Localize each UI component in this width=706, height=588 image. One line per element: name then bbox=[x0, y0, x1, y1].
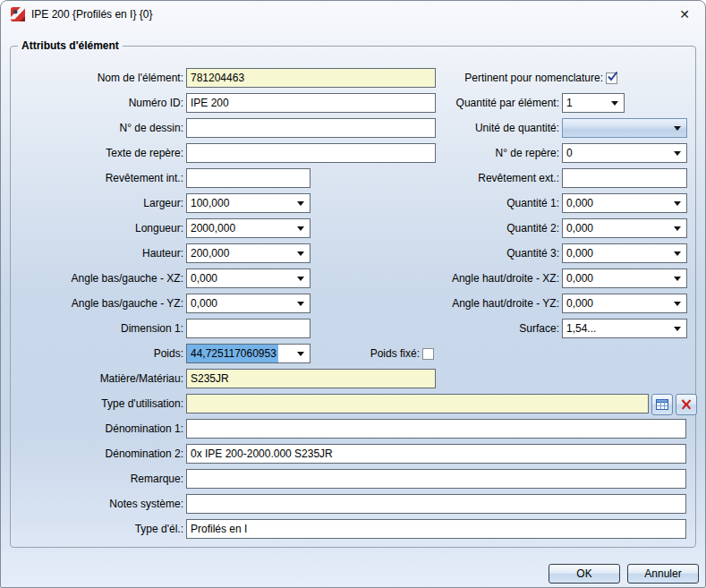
no-de-repere-value: 0 bbox=[563, 144, 686, 162]
type-utilisation-label: Type d'utilisation: bbox=[13, 394, 183, 413]
revetement-int-input[interactable] bbox=[186, 168, 310, 188]
angle-bas-gauche-xz-label: Angle bas/gauche - XZ: bbox=[13, 268, 183, 288]
largeur-value: 100,000 bbox=[187, 194, 310, 212]
nom-element-input[interactable]: 781204463 bbox=[186, 68, 436, 88]
notes-systeme-input[interactable] bbox=[186, 494, 686, 514]
revetement-ext-input[interactable] bbox=[562, 168, 687, 188]
denomination-2-value: 0x IPE 200-2000.000 S235JR bbox=[187, 445, 685, 463]
texte-repere-label: Texte de repère: bbox=[13, 143, 183, 163]
element-attributes-dialog: IPE 200 {Profilés en I} {0} ✕ Attributs … bbox=[0, 0, 706, 588]
quantite-2-value: 0,000 bbox=[563, 219, 686, 237]
type-el-input[interactable]: Profilés en I bbox=[186, 519, 686, 539]
no-de-repere-label: N° de repère: bbox=[377, 143, 559, 163]
dropdown-arrow-icon[interactable] bbox=[674, 226, 681, 231]
notes-systeme-label: Notes système: bbox=[13, 494, 183, 514]
poids-label: Poids: bbox=[13, 344, 183, 363]
unite-de-quantite-combo[interactable] bbox=[562, 118, 687, 138]
angle-bas-gauche-yz-combo[interactable]: 0,000 bbox=[186, 294, 310, 313]
no-dessin-label: N° de dessin: bbox=[13, 118, 183, 138]
angle-bas-gauche-xz-combo[interactable]: 0,000 bbox=[186, 268, 310, 288]
denomination-2-label: Dénomination 2: bbox=[13, 444, 183, 464]
matiere-materiau-label: Matière/Matériau: bbox=[13, 369, 183, 388]
dropdown-arrow-icon[interactable] bbox=[674, 201, 681, 206]
quantite-3-combo[interactable]: 0,000 bbox=[562, 243, 687, 263]
dimension-1-label: Dimension 1: bbox=[13, 319, 183, 338]
red-x-icon bbox=[679, 397, 693, 412]
longueur-value: 2000,000 bbox=[187, 219, 310, 237]
quantite-par-element-combo[interactable]: 1 bbox=[562, 93, 625, 113]
type-el-label: Type d'él.: bbox=[13, 519, 183, 539]
denomination-2-input[interactable]: 0x IPE 200-2000.000 S235JR bbox=[186, 444, 686, 464]
quantite-3-value: 0,000 bbox=[563, 244, 686, 262]
denomination-1-label: Dénomination 1: bbox=[13, 419, 183, 439]
largeur-label: Largeur: bbox=[13, 193, 183, 213]
hauteur-value: 200,000 bbox=[187, 244, 310, 262]
app-logo-icon bbox=[11, 7, 25, 21]
surface-label: Surface: bbox=[377, 319, 559, 338]
dropdown-arrow-icon[interactable] bbox=[297, 201, 304, 206]
poids-combo[interactable]: 44,725117060953 bbox=[186, 344, 310, 363]
angle-bas-gauche-yz-label: Angle bas/gauche - YZ: bbox=[13, 294, 183, 313]
dropdown-arrow-icon[interactable] bbox=[674, 302, 681, 306]
dimension-1-input[interactable] bbox=[186, 319, 310, 338]
quantite-2-label: Quantité 2: bbox=[377, 218, 559, 238]
no-de-repere-combo[interactable]: 0 bbox=[562, 143, 687, 163]
angle-haut-droite-xz-label: Angle haut/droite - XZ: bbox=[377, 268, 559, 288]
dropdown-arrow-icon[interactable] bbox=[297, 277, 304, 281]
dropdown-arrow-icon[interactable] bbox=[674, 327, 681, 331]
surface-value: 1,54... bbox=[563, 320, 686, 337]
quantite-1-value: 0,000 bbox=[563, 194, 686, 212]
nom-element-value: 781204463 bbox=[187, 69, 435, 87]
revetement-int-label: Revêtement int.: bbox=[13, 168, 183, 188]
matiere-materiau-value: S235JR bbox=[187, 370, 435, 388]
angle-haut-droite-yz-label: Angle haut/droite - YZ: bbox=[377, 294, 559, 313]
pertinent-nomenclature-checkbox[interactable] bbox=[606, 72, 617, 84]
unite-de-quantite-label: Unité de quantité: bbox=[377, 118, 559, 138]
poids-value: 44,725117060953 bbox=[187, 345, 278, 362]
quantite-1-combo[interactable]: 0,000 bbox=[562, 193, 687, 213]
quantite-3-label: Quantité 3: bbox=[377, 243, 559, 263]
surface-combo[interactable]: 1,54... bbox=[562, 319, 687, 338]
denomination-1-input[interactable] bbox=[186, 419, 686, 439]
revetement-ext-label: Revêtement ext.: bbox=[377, 168, 559, 188]
quantite-2-combo[interactable]: 0,000 bbox=[562, 218, 687, 238]
dropdown-arrow-icon[interactable] bbox=[297, 302, 304, 306]
dropdown-arrow-icon[interactable] bbox=[297, 251, 304, 256]
matiere-materiau-input[interactable]: S235JR bbox=[186, 369, 436, 388]
remarque-label: Remarque: bbox=[13, 469, 183, 489]
dropdown-arrow-icon[interactable] bbox=[674, 126, 681, 131]
dropdown-arrow-icon[interactable] bbox=[674, 251, 681, 256]
checkmark-icon bbox=[607, 71, 618, 82]
dropdown-arrow-icon[interactable] bbox=[297, 226, 304, 231]
quantite-1-label: Quantité 1: bbox=[377, 193, 559, 213]
angle-haut-droite-xz-combo[interactable]: 0,000 bbox=[562, 268, 687, 288]
hauteur-combo[interactable]: 200,000 bbox=[186, 243, 310, 263]
dropdown-arrow-icon[interactable] bbox=[674, 151, 681, 156]
poids-fixe-label: Poids fixé: bbox=[296, 344, 420, 363]
titlebar[interactable]: IPE 200 {Profilés en I} {0} ✕ bbox=[1, 1, 705, 28]
dropdown-arrow-icon[interactable] bbox=[611, 101, 618, 106]
close-button[interactable]: ✕ bbox=[669, 3, 700, 26]
angle-bas-gauche-yz-value: 0,000 bbox=[187, 294, 310, 312]
dropdown-arrow-icon[interactable] bbox=[674, 277, 681, 281]
usage-type-table-button[interactable] bbox=[651, 394, 673, 415]
cancel-button[interactable]: Annuler bbox=[627, 564, 699, 584]
type-utilisation-input[interactable] bbox=[186, 394, 649, 413]
quantite-par-element-label: Quantité par élément: bbox=[377, 93, 559, 113]
remarque-input[interactable] bbox=[186, 469, 686, 489]
poids-fixe-checkbox[interactable] bbox=[422, 348, 434, 360]
ok-button[interactable]: OK bbox=[549, 564, 620, 584]
pertinent-nomenclature-label: Pertinent pour nomenclature: bbox=[448, 68, 603, 88]
longueur-combo[interactable]: 2000,000 bbox=[186, 218, 310, 238]
largeur-combo[interactable]: 100,000 bbox=[186, 193, 310, 213]
numero-id-label: Numéro ID: bbox=[13, 93, 183, 113]
angle-haut-droite-yz-value: 0,000 bbox=[563, 294, 686, 312]
close-icon: ✕ bbox=[679, 7, 690, 21]
angle-haut-droite-yz-combo[interactable]: 0,000 bbox=[562, 294, 687, 313]
table-icon bbox=[655, 397, 669, 412]
type-el-value: Profilés en I bbox=[187, 520, 685, 538]
angle-bas-gauche-xz-value: 0,000 bbox=[187, 269, 310, 287]
hauteur-label: Hauteur: bbox=[13, 243, 183, 263]
longueur-label: Longueur: bbox=[13, 218, 183, 238]
usage-type-clear-button[interactable] bbox=[676, 394, 697, 415]
